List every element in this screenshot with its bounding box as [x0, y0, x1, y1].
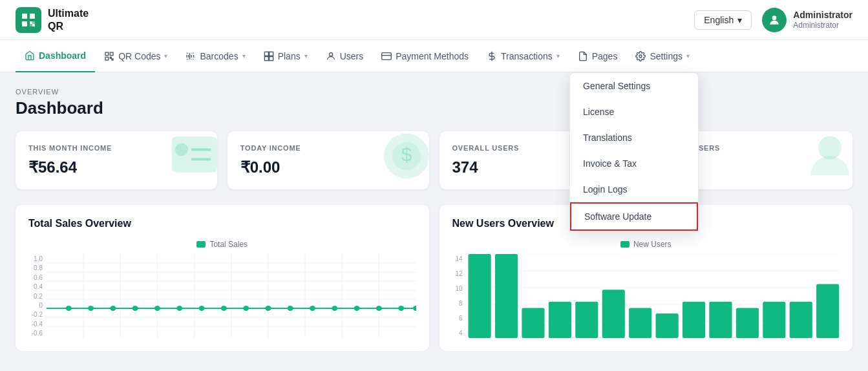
line-chart-area [47, 254, 416, 338]
bar-chart-container: 141210864 [452, 254, 840, 338]
dropdown-item-software-update[interactable]: Software Update [570, 202, 698, 231]
header: UltimateQR English ▾ Administrator Admin… [0, 0, 868, 40]
admin-area[interactable]: Administrator Administrator [762, 8, 852, 32]
avatar [762, 8, 787, 32]
chevron-down-icon: ▾ [737, 15, 742, 25]
svg-point-54 [198, 306, 204, 311]
nav-item-users[interactable]: Users [317, 40, 373, 72]
nav-label-qrcodes: QR Codes [118, 51, 160, 61]
chevron-plans: ▾ [304, 52, 308, 59]
total-sales-chart: Total Sales Overview Total Sales 1.00.80… [16, 205, 429, 351]
svg-rect-82 [763, 302, 785, 338]
nav-label-users: Users [340, 51, 364, 61]
svg-point-48 [66, 306, 72, 311]
svg-rect-10 [105, 57, 109, 60]
logo-icon [16, 7, 41, 33]
svg-rect-18 [382, 52, 392, 59]
svg-point-23 [175, 143, 188, 156]
svg-rect-73 [522, 308, 544, 338]
nav-label-settings: Settings [650, 51, 683, 61]
svg-point-56 [243, 306, 249, 311]
svg-rect-11 [110, 57, 111, 58]
svg-rect-75 [575, 302, 598, 338]
nav-label-plans: Plans [278, 51, 301, 61]
language-label: English [704, 15, 734, 25]
chevron-barcodes: ▾ [242, 52, 246, 59]
y-axis-labels-sales: 1.00.80.60.40.20-0.2-0.4-0.6 [28, 254, 47, 338]
navigation: Dashboard QR Codes ▾ Barcodes ▾ Plans ▾ … [0, 40, 868, 72]
chevron-settings: ▾ [686, 52, 690, 59]
language-selector[interactable]: English ▾ [694, 10, 752, 30]
svg-rect-8 [105, 52, 109, 56]
svg-rect-79 [682, 302, 704, 338]
nav-label-pages: Pages [592, 51, 618, 61]
dropdown-item-login-logs[interactable]: Login Logs [570, 176, 698, 202]
svg-point-17 [329, 52, 332, 56]
nav-item-plans[interactable]: Plans ▾ [255, 40, 317, 72]
svg-rect-12 [112, 59, 113, 60]
svg-point-57 [265, 306, 271, 311]
legend-color-sales [196, 241, 206, 248]
nav-item-barcodes[interactable]: Barcodes ▾ [176, 40, 254, 72]
svg-rect-80 [709, 302, 732, 338]
svg-rect-76 [602, 290, 624, 338]
svg-point-30 [818, 136, 842, 160]
svg-point-21 [639, 55, 642, 58]
admin-name: Administrator [793, 9, 852, 21]
logo-area[interactable]: UltimateQR [16, 7, 89, 33]
chevron-transactions: ▾ [556, 52, 560, 59]
stat-card-today-income: TODAY INCOME ₹0.00 $ [228, 131, 429, 189]
svg-point-59 [310, 306, 315, 311]
nav-label-payment: Payment Methods [396, 51, 469, 61]
svg-rect-13 [264, 52, 268, 56]
svg-point-7 [772, 16, 777, 20]
svg-rect-78 [655, 313, 678, 338]
svg-rect-16 [269, 56, 273, 60]
nav-item-qrcodes[interactable]: QR Codes ▾ [95, 40, 176, 72]
nav-item-pages[interactable]: Pages [569, 40, 627, 72]
stat-icon-today-income: $ [377, 131, 429, 189]
svg-rect-4 [32, 24, 35, 26]
svg-rect-77 [629, 308, 651, 338]
dropdown-item-invoice-tax[interactable]: Invoice & Tax [570, 151, 698, 176]
admin-info: Administrator Administrator [793, 9, 852, 31]
svg-rect-2 [22, 21, 27, 26]
stat-cards: THIS MONTH INCOME ₹56.64 TODAY INCOME ₹0… [16, 131, 852, 189]
svg-point-61 [354, 306, 359, 311]
nav-label-dashboard: Dashboard [39, 50, 86, 61]
svg-rect-5 [30, 24, 32, 26]
nav-item-dashboard[interactable]: Dashboard [16, 40, 95, 72]
svg-point-55 [221, 306, 227, 311]
stat-icon-monthly [165, 131, 217, 189]
svg-rect-71 [468, 254, 491, 338]
bar-chart-svg [467, 254, 840, 338]
stat-card-monthly-income: THIS MONTH INCOME ₹56.64 [16, 131, 217, 189]
svg-point-52 [154, 306, 160, 311]
svg-point-62 [376, 306, 382, 311]
nav-label-barcodes: Barcodes [200, 51, 238, 61]
svg-point-60 [332, 306, 337, 311]
nav-item-settings[interactable]: Settings ▾ General Settings License Tran… [626, 40, 699, 72]
svg-point-53 [176, 306, 182, 311]
nav-item-transactions[interactable]: Transactions ▾ [478, 40, 569, 72]
svg-rect-6 [32, 21, 35, 24]
svg-point-51 [132, 306, 138, 311]
svg-rect-1 [30, 14, 35, 19]
dropdown-item-general-settings[interactable]: General Settings [570, 73, 698, 99]
nav-item-payment[interactable]: Payment Methods [372, 40, 478, 72]
svg-point-64 [413, 306, 416, 311]
svg-point-49 [88, 306, 94, 311]
legend-label-sales: Total Sales [209, 240, 248, 249]
dropdown-item-translations[interactable]: Translations [570, 125, 698, 151]
admin-role: Administrator [793, 21, 852, 31]
page-title: Dashboard [16, 98, 852, 118]
svg-rect-83 [789, 302, 812, 338]
legend-label-users: New Users [633, 240, 672, 249]
svg-point-28 [392, 142, 421, 171]
total-sales-legend: Total Sales [28, 240, 416, 249]
nav-label-transactions: Transactions [501, 51, 553, 61]
settings-dropdown: General Settings License Translations In… [569, 72, 699, 231]
dropdown-item-license[interactable]: License [570, 99, 698, 125]
svg-rect-81 [736, 308, 758, 338]
svg-rect-15 [264, 56, 268, 60]
